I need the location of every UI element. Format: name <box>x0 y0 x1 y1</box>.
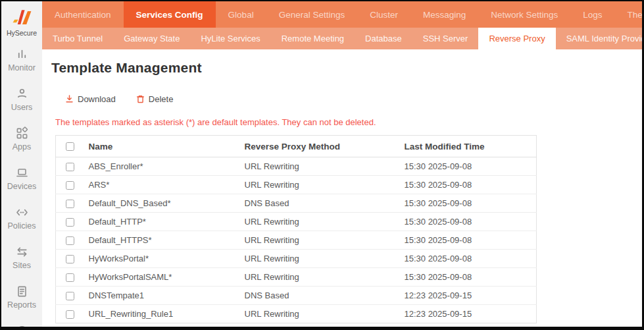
row-checkbox[interactable] <box>66 292 74 300</box>
row-checkbox[interactable] <box>66 163 74 171</box>
delete-label: Delete <box>149 94 174 104</box>
cell-modified: 15:30 2025-09-08 <box>405 268 537 287</box>
topnav-item-services-config[interactable]: Services Config <box>124 1 216 28</box>
cell-method: URL Rewriting <box>245 157 405 176</box>
cell-name: HyWorksPortal* <box>89 250 245 268</box>
sidebar-item-policies[interactable]: Policies <box>7 206 36 231</box>
sidebar-item-monitor[interactable]: Monitor <box>7 47 36 72</box>
topnav-item-cluster[interactable]: Cluster <box>357 1 410 28</box>
trash-icon <box>136 94 145 104</box>
cell-method: URL Rewriting <box>245 268 405 287</box>
cell-name: HyWorksPortalSAML* <box>89 268 245 287</box>
subnav-tab-reverse-proxy[interactable]: Reverse Proxy <box>478 28 555 49</box>
cell-modified: 12:23 2025-09-15 <box>405 305 537 323</box>
cell-name: Default_DNS_Based* <box>89 194 245 213</box>
row-checkbox[interactable] <box>66 273 74 282</box>
code-dots-icon <box>15 206 29 219</box>
column-header-method[interactable]: Reverse Proxy Method <box>245 136 405 157</box>
user-icon <box>15 87 29 101</box>
cell-modified: 15:30 2025-09-08 <box>405 176 537 194</box>
row-checkbox[interactable] <box>66 310 74 319</box>
download-label: Download <box>78 94 116 104</box>
cell-modified: 12:23 2025-09-15 <box>405 287 537 305</box>
table-row: HyWorksPortalSAML* URL Rewriting 15:30 2… <box>56 268 537 287</box>
column-header-modified[interactable]: Last Modified Time <box>405 136 537 157</box>
templates-table: Name Reverse Proxy Method Last Modified … <box>55 135 537 323</box>
row-checkbox[interactable] <box>66 255 74 263</box>
default-templates-warning: The templates marked as asterisk (*) are… <box>55 117 629 127</box>
bar-chart-icon <box>15 47 29 61</box>
row-checkbox[interactable] <box>66 181 74 190</box>
sidebar: HySecure Monitor Users Apps Devices Poli… <box>1 1 42 327</box>
topnav-item-authentication[interactable]: Authentication <box>42 1 124 28</box>
sidebar-item-reports[interactable]: Reports <box>7 285 36 310</box>
cell-name: URL_Rewriting_Rule1 <box>89 305 245 323</box>
delete-button[interactable]: Delete <box>136 94 174 104</box>
subnav-tab-gateway-state[interactable]: Gateway State <box>113 28 190 49</box>
subnav-tab-hylite-services[interactable]: HyLite Services <box>190 28 270 49</box>
cell-modified: 15:30 2025-09-08 <box>405 194 537 213</box>
brand-logo[interactable]: HySecure <box>7 8 37 37</box>
table-row: DNSTempate1 DNS Based 12:23 2025-09-15 <box>56 287 537 305</box>
table-row: Default_HTTP* URL Rewriting 15:30 2025-0… <box>56 213 537 231</box>
download-icon <box>64 94 74 104</box>
report-doc-icon <box>15 285 29 298</box>
cell-method: DNS Based <box>245 287 405 305</box>
topnav-item-network-settings[interactable]: Network Settings <box>478 1 570 28</box>
sub-navigation-tabs: Turbo TunnelGateway StateHyLite Services… <box>42 28 642 49</box>
cell-name: DNSTempate1 <box>89 287 245 305</box>
brand-name: HySecure <box>7 29 37 37</box>
topnav-item-global[interactable]: Global <box>216 1 266 28</box>
topnav-item-messaging[interactable]: Messaging <box>410 1 478 28</box>
subnav-tab-saml-identity-providers[interactable]: SAML Identity Providers <box>556 28 644 49</box>
table-row: ABS_Enroller* URL Rewriting 15:30 2025-0… <box>56 157 537 176</box>
cell-name: ARS* <box>89 176 245 194</box>
apps-grid-icon <box>15 126 29 140</box>
table-row: ARS* URL Rewriting 15:30 2025-09-08 <box>56 176 537 194</box>
table-row: Default_DNS_Based* DNS Based 15:30 2025-… <box>56 194 537 213</box>
subnav-tab-remote-meeting[interactable]: Remote Meeting <box>271 28 355 49</box>
cell-method: URL Rewriting <box>245 231 405 250</box>
column-header-name[interactable]: Name <box>89 136 245 157</box>
cell-method: URL Rewriting <box>245 176 405 194</box>
app-window: HySecure Monitor Users Apps Devices Poli… <box>0 0 644 330</box>
cell-method: URL Rewriting <box>245 250 405 268</box>
download-button[interactable]: Download <box>64 94 116 104</box>
toolbar: Download Delete <box>64 94 629 104</box>
sidebar-menu: Monitor Users Apps Devices Policies Site… <box>7 47 36 330</box>
table-row: Default_HTTPS* URL Rewriting 15:30 2025-… <box>56 231 537 250</box>
cell-method: URL Rewriting <box>245 305 405 323</box>
table-row: URL_Rewriting_Rule1 URL Rewriting 12:23 … <box>56 305 537 323</box>
sidebar-item-devices[interactable]: Devices <box>7 166 36 191</box>
cell-modified: 15:30 2025-09-08 <box>405 157 537 176</box>
sidebar-item-sites[interactable]: Sites <box>7 245 36 270</box>
cell-name: Default_HTTP* <box>89 213 245 231</box>
cell-modified: 15:30 2025-09-08 <box>405 231 537 250</box>
globe-icon <box>15 324 29 330</box>
row-checkbox[interactable] <box>66 218 74 227</box>
subnav-tab-ssh-server[interactable]: SSH Server <box>412 28 479 49</box>
cell-modified: 15:30 2025-09-08 <box>405 250 537 268</box>
swap-arrows-icon <box>15 245 29 259</box>
sidebar-item-apps[interactable]: Apps <box>7 126 36 151</box>
select-all-checkbox[interactable] <box>66 142 74 151</box>
cell-name: ABS_Enroller* <box>89 157 245 176</box>
topnav-item-logs[interactable]: Logs <box>570 1 614 28</box>
cell-modified: 15:30 2025-09-08 <box>405 213 537 231</box>
main-column: AuthenticationServices ConfigGlobalGener… <box>42 1 642 327</box>
table-row: HyWorksPortal* URL Rewriting 15:30 2025-… <box>56 250 537 268</box>
flame-logo-icon <box>10 8 34 28</box>
row-checkbox[interactable] <box>66 236 74 245</box>
table-header-row: Name Reverse Proxy Method Last Modified … <box>56 136 537 157</box>
top-navigation: AuthenticationServices ConfigGlobalGener… <box>42 1 642 28</box>
subnav-tab-database[interactable]: Database <box>355 28 412 49</box>
row-checkbox[interactable] <box>66 200 74 208</box>
sidebar-item-users[interactable]: Users <box>7 87 36 112</box>
topnav-item-theme[interactable]: Theme <box>615 1 644 28</box>
content-area: Template Management Download <box>42 49 642 327</box>
cell-method: URL Rewriting <box>245 213 405 231</box>
sidebar-item-partial[interactable] <box>7 324 36 330</box>
subnav-tab-turbo-tunnel[interactable]: Turbo Tunnel <box>42 28 113 49</box>
topnav-item-general-settings[interactable]: General Settings <box>266 1 358 28</box>
cell-name: Default_HTTPS* <box>89 231 245 250</box>
